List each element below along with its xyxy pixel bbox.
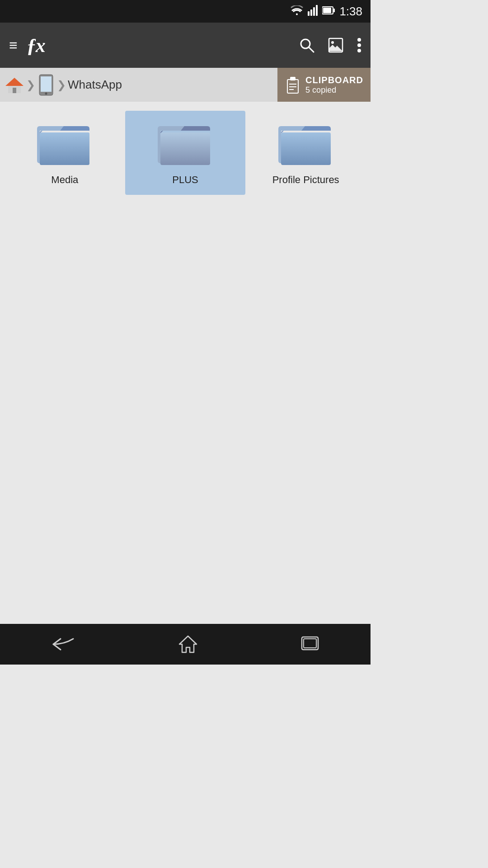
svg-rect-18 [41,76,52,92]
folder-profile-label: Profile Pictures [272,174,339,186]
svg-point-11 [357,38,361,42]
wifi-icon [291,5,303,17]
svg-rect-27 [160,132,210,165]
svg-rect-26 [40,132,89,165]
svg-rect-0 [308,11,310,16]
breadcrumb-device[interactable] [37,74,55,96]
breadcrumb-bar: ❯ ❯ WhatsApp CLIPBOARD 5 copied [0,68,371,102]
image-view-button[interactable] [328,38,343,53]
svg-rect-6 [333,9,335,12]
recents-button[interactable] [301,636,319,652]
svg-rect-3 [316,5,318,16]
status-bar: 1:38 [0,0,371,23]
svg-rect-1 [310,9,312,16]
back-button[interactable] [52,636,75,652]
folder-plus-icon [156,120,215,170]
clipboard-count: 5 copied [305,85,363,95]
folder-media[interactable]: Media [5,111,125,195]
folder-media-icon [35,120,94,170]
svg-rect-5 [323,8,331,13]
app-logo: ƒx [27,34,295,57]
folder-profile-pictures[interactable]: Profile Pictures [245,111,366,195]
breadcrumb-current: WhatsApp [68,78,122,92]
battery-icon [322,5,335,17]
svg-rect-30 [304,639,316,648]
signal-icon [308,5,318,18]
breadcrumb-chevron-1: ❯ [26,79,35,91]
svg-rect-28 [281,132,331,165]
app-bar: ≡ ƒx [0,23,371,68]
file-grid: Media PLUS [0,102,371,204]
svg-rect-2 [313,7,315,16]
bottom-nav-bar [0,624,371,665]
search-button[interactable] [299,38,314,53]
more-options-button[interactable] [357,38,361,53]
svg-point-19 [45,92,47,94]
clipboard-info: CLIPBOARD 5 copied [305,75,363,95]
status-time: 1:38 [339,5,362,19]
svg-rect-16 [13,88,16,93]
breadcrumb-chevron-2: ❯ [57,79,66,91]
menu-icon[interactable]: ≡ [9,37,18,54]
app-bar-actions [299,38,361,53]
folder-plus-label: PLUS [172,174,198,186]
svg-point-13 [357,49,361,52]
folder-profile-icon [277,120,335,170]
folder-plus[interactable]: PLUS [125,111,246,195]
svg-point-12 [357,43,361,47]
svg-point-10 [331,41,334,44]
status-icons: 1:38 [291,5,362,19]
clipboard-label: CLIPBOARD [305,75,363,85]
folder-media-label: Media [51,174,78,186]
main-content [0,204,371,609]
breadcrumb-home[interactable] [5,76,24,94]
svg-rect-21 [290,77,296,80]
svg-line-8 [309,47,314,52]
clipboard-badge[interactable]: CLIPBOARD 5 copied [277,68,371,102]
home-button[interactable] [178,635,197,653]
